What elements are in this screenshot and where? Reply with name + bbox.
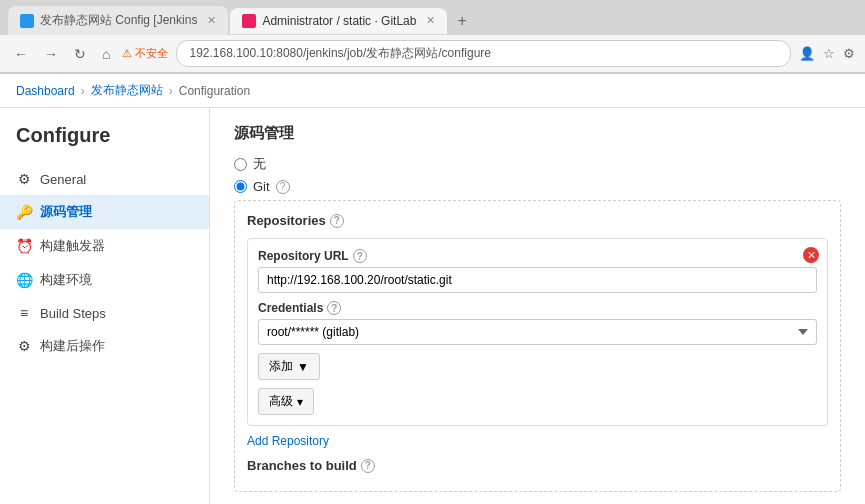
gitlab-tab-close[interactable]: ✕ (426, 14, 435, 27)
add-btn-label: 添加 (269, 358, 293, 375)
sidebar-item-general[interactable]: ⚙ General (0, 163, 209, 195)
sidebar-item-post-build[interactable]: ⚙ 构建后操作 (0, 329, 209, 363)
section-title: 源码管理 (234, 124, 841, 143)
forward-button[interactable]: → (40, 44, 62, 64)
add-repository-link[interactable]: Add Repository (247, 434, 828, 448)
repository-box: ✕ Repository URL ? Credentials ? root/**… (247, 238, 828, 426)
bookmark-icon[interactable]: ☆ (823, 46, 835, 61)
advanced-button[interactable]: 高级 ▾ (258, 388, 314, 415)
sidebar-item-build-env-label: 构建环境 (40, 271, 92, 289)
sidebar: Configure ⚙ General 🔑 源码管理 ⏰ 构建触发器 🌐 构建环… (0, 108, 210, 504)
git-help-icon[interactable]: ? (276, 180, 290, 194)
sidebar-item-source-mgmt-label: 源码管理 (40, 203, 92, 221)
repositories-header: Repositories ? (247, 213, 828, 228)
jenkins-favicon (20, 14, 34, 28)
back-button[interactable]: ← (10, 44, 32, 64)
repositories-help-icon[interactable]: ? (330, 214, 344, 228)
radio-git-label[interactable]: Git (253, 179, 270, 194)
repositories-section: Repositories ? ✕ Repository URL ? Creden… (234, 200, 841, 492)
url-text: 192.168.100.10:8080/jenkins/job/发布静态网站/c… (189, 46, 491, 60)
sidebar-item-build-env[interactable]: 🌐 构建环境 (0, 263, 209, 297)
breadcrumb-current: Configuration (179, 84, 250, 98)
post-build-icon: ⚙ (16, 338, 32, 354)
radio-none-label[interactable]: 无 (253, 155, 266, 173)
sidebar-item-post-build-label: 构建后操作 (40, 337, 105, 355)
refresh-button[interactable]: ↻ (70, 44, 90, 64)
main-layout: Configure ⚙ General 🔑 源码管理 ⏰ 构建触发器 🌐 构建环… (0, 108, 865, 504)
radio-git-option: Git ? (234, 179, 841, 194)
sidebar-item-build-steps[interactable]: ≡ Build Steps (0, 297, 209, 329)
gitlab-tab-label: Administrator / static · GitLab (262, 14, 416, 28)
jenkins-tab[interactable]: 发布静态网站 Config [Jenkins ✕ (8, 6, 228, 35)
address-bar: ← → ↻ ⌂ ⚠ 不安全 192.168.100.10:8080/jenkin… (0, 35, 865, 73)
sidebar-item-general-label: General (40, 172, 86, 187)
source-mgmt-icon: 🔑 (16, 204, 32, 220)
add-credentials-button[interactable]: 添加 ▼ (258, 353, 320, 380)
repositories-label: Repositories (247, 213, 326, 228)
general-icon: ⚙ (16, 171, 32, 187)
repo-url-input[interactable] (258, 267, 817, 293)
branches-section: Branches to build ? (247, 458, 828, 473)
breadcrumb: Dashboard › 发布静态网站 › Configuration (0, 74, 865, 108)
sidebar-item-source-mgmt[interactable]: 🔑 源码管理 (0, 195, 209, 229)
browser-icons: 👤 ☆ ⚙ (799, 46, 855, 61)
add-btn-chevron: ▼ (297, 360, 309, 374)
warning-icon: ⚠ (122, 47, 132, 60)
breadcrumb-project[interactable]: 发布静态网站 (91, 82, 163, 99)
breadcrumb-dashboard[interactable]: Dashboard (16, 84, 75, 98)
repo-url-help-icon[interactable]: ? (353, 249, 367, 263)
build-trigger-icon: ⏰ (16, 238, 32, 254)
gitlab-favicon (242, 14, 256, 28)
branches-label: Branches to build ? (247, 458, 828, 473)
profile-icon: 👤 (799, 46, 815, 61)
jenkins-tab-close[interactable]: ✕ (207, 14, 216, 27)
sidebar-item-build-trigger[interactable]: ⏰ 构建触发器 (0, 229, 209, 263)
credentials-label-text: Credentials (258, 301, 323, 315)
breadcrumb-sep-1: › (81, 84, 85, 98)
breadcrumb-sep-2: › (169, 84, 173, 98)
jenkins-tab-label: 发布静态网站 Config [Jenkins (40, 12, 197, 29)
repo-url-label: Repository URL ? (258, 249, 817, 263)
url-field[interactable]: 192.168.100.10:8080/jenkins/job/发布静态网站/c… (176, 40, 791, 67)
content-area: 源码管理 无 Git ? Repositories ? ✕ Repository… (210, 108, 865, 504)
security-badge: ⚠ 不安全 (122, 46, 168, 61)
build-env-icon: 🌐 (16, 272, 32, 288)
gitlab-tab[interactable]: Administrator / static · GitLab ✕ (230, 8, 447, 34)
sidebar-item-build-steps-label: Build Steps (40, 306, 106, 321)
credentials-select[interactable]: root/****** (gitlab) (258, 319, 817, 345)
advanced-chevron: ▾ (297, 395, 303, 409)
settings-icon[interactable]: ⚙ (843, 46, 855, 61)
page-title: Configure (0, 124, 209, 163)
branches-label-text: Branches to build (247, 458, 357, 473)
radio-none-input[interactable] (234, 158, 247, 171)
credentials-help-icon[interactable]: ? (327, 301, 341, 315)
repo-url-label-text: Repository URL (258, 249, 349, 263)
home-button[interactable]: ⌂ (98, 44, 114, 64)
credentials-label: Credentials ? (258, 301, 817, 315)
repo-close-button[interactable]: ✕ (803, 247, 819, 263)
branches-help-icon[interactable]: ? (361, 459, 375, 473)
tab-bar: 发布静态网站 Config [Jenkins ✕ Administrator /… (0, 0, 865, 35)
radio-git-input[interactable] (234, 180, 247, 193)
insecure-label: 不安全 (135, 46, 168, 61)
browser-chrome: 发布静态网站 Config [Jenkins ✕ Administrator /… (0, 0, 865, 74)
build-steps-icon: ≡ (16, 305, 32, 321)
radio-none-option: 无 (234, 155, 841, 173)
add-tab-button[interactable]: + (449, 8, 474, 34)
advanced-label: 高级 (269, 393, 293, 410)
sidebar-item-build-trigger-label: 构建触发器 (40, 237, 105, 255)
